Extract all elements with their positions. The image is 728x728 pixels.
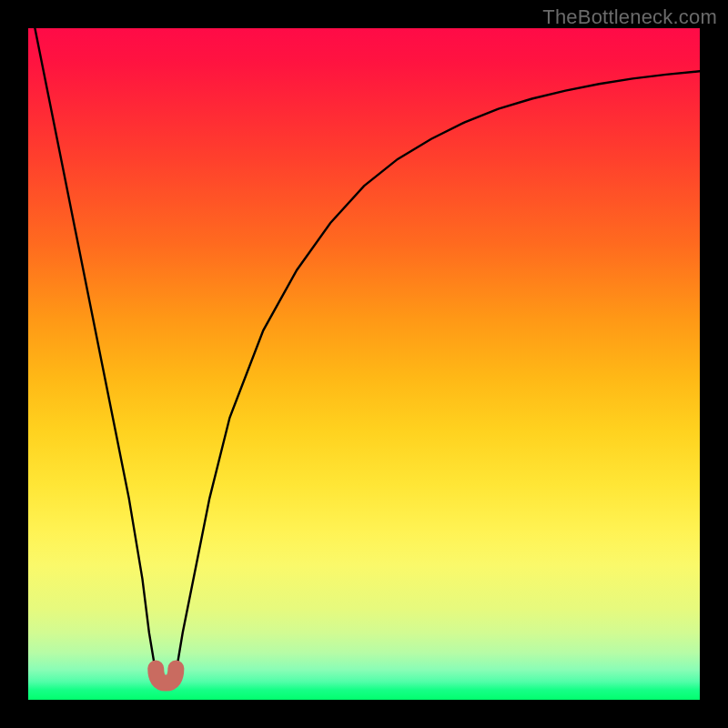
valley-marker-icon	[156, 669, 176, 683]
chart-stage: TheBottleneck.com	[0, 0, 728, 728]
bottleneck-curve	[35, 28, 700, 686]
curve-svg	[28, 28, 700, 700]
plot-area	[28, 28, 700, 700]
watermark-label: TheBottleneck.com	[542, 5, 717, 29]
